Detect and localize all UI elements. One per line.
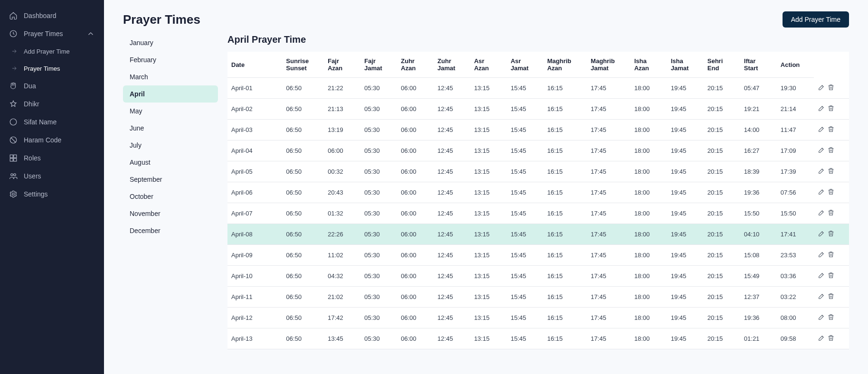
edit-icon[interactable]: [818, 125, 825, 134]
cell-action: [814, 224, 849, 244]
cell-value: 04:32: [324, 265, 360, 286]
month-item-october[interactable]: October: [123, 188, 218, 205]
trash-icon[interactable]: [827, 104, 835, 113]
sidebar-item-sifat-name[interactable]: Sifat Name: [0, 113, 104, 131]
subnav-item-add-prayer-time[interactable]: Add Prayer Time: [6, 43, 104, 60]
cell-value: 12:45: [434, 98, 470, 119]
cell-value: 05:30: [360, 78, 397, 99]
cell-action: [814, 161, 849, 182]
trash-icon[interactable]: [827, 146, 835, 155]
trash-icon[interactable]: [827, 167, 835, 176]
sidebar-item-dashboard[interactable]: Dashboard: [0, 7, 104, 25]
sidebar-item-settings[interactable]: Settings: [0, 185, 104, 203]
edit-icon[interactable]: [818, 292, 825, 301]
edit-icon[interactable]: [818, 84, 825, 93]
cell-value: 13:15: [470, 286, 507, 307]
cell-date: April-07: [227, 203, 283, 224]
edit-icon[interactable]: [818, 104, 825, 113]
col-header-line2: Jamat: [671, 65, 700, 72]
col-header-zuhr-azan: ZuhrAzan: [397, 52, 434, 78]
trash-icon[interactable]: [827, 209, 835, 218]
month-item-april[interactable]: April: [123, 85, 218, 103]
cell-value: 19:45: [667, 265, 704, 286]
col-header-line1: Maghrib: [547, 57, 583, 65]
trash-icon[interactable]: [827, 251, 835, 260]
trash-icon[interactable]: [827, 188, 835, 197]
cell-value: 15:50: [740, 203, 777, 224]
cell-value: 08:00: [777, 307, 814, 328]
cell-value: 17:45: [587, 265, 631, 286]
sidebar-item-users[interactable]: Users: [0, 167, 104, 185]
trash-icon[interactable]: [827, 313, 835, 322]
trash-icon[interactable]: [827, 334, 835, 343]
cell-value: 16:15: [543, 98, 587, 119]
table-row: April-1206:5017:4205:3006:0012:4513:1515…: [227, 307, 849, 328]
add-prayer-time-button[interactable]: Add Prayer Time: [783, 11, 849, 28]
sidebar-item-haram-code[interactable]: Haram Code: [0, 131, 104, 149]
cell-value: 11:02: [324, 244, 360, 265]
cell-value: 05:30: [360, 286, 397, 307]
cell-value: 19:45: [667, 286, 704, 307]
trash-icon[interactable]: [827, 125, 835, 134]
trash-icon[interactable]: [827, 292, 835, 301]
edit-icon[interactable]: [818, 209, 825, 218]
cell-value: 13:15: [470, 244, 507, 265]
cell-value: 16:15: [543, 182, 587, 203]
trash-icon[interactable]: [827, 271, 835, 280]
subnav-item-prayer-times[interactable]: Prayer Times: [6, 60, 104, 77]
circle-icon: [9, 117, 18, 127]
col-header-sunrise-sunset: SunriseSunset: [283, 52, 324, 78]
trash-icon[interactable]: [827, 230, 835, 239]
month-item-december[interactable]: December: [123, 222, 218, 239]
month-item-july[interactable]: July: [123, 137, 218, 154]
cell-value: 01:32: [324, 203, 360, 224]
edit-icon[interactable]: [818, 167, 825, 176]
month-item-august[interactable]: August: [123, 154, 218, 171]
cell-value: 18:00: [631, 78, 667, 99]
edit-icon[interactable]: [818, 313, 825, 322]
sidebar-item-label: Haram Code: [24, 136, 61, 144]
table-row: April-1306:5013:4505:3006:0012:4513:1515…: [227, 328, 849, 349]
cell-value: 17:45: [587, 286, 631, 307]
col-header-line1: Asr: [474, 57, 503, 65]
cell-value: 13:15: [470, 119, 507, 140]
edit-icon[interactable]: [818, 146, 825, 155]
trash-icon[interactable]: [827, 84, 835, 93]
cell-value: 20:15: [704, 307, 740, 328]
edit-icon[interactable]: [818, 188, 825, 197]
cell-value: 09:58: [777, 328, 814, 349]
month-item-february[interactable]: February: [123, 51, 218, 68]
cell-value: 06:50: [283, 328, 324, 349]
cell-value: 16:15: [543, 224, 587, 244]
month-item-september[interactable]: September: [123, 171, 218, 188]
cell-value: 06:00: [397, 119, 434, 140]
cell-value: 18:00: [631, 286, 667, 307]
sidebar-item-roles[interactable]: Roles: [0, 149, 104, 167]
cell-value: 05:30: [360, 328, 397, 349]
cell-value: 16:27: [740, 140, 777, 161]
col-header-line2: Azan: [474, 65, 503, 72]
cell-value: 15:45: [507, 286, 543, 307]
cell-value: 13:15: [470, 265, 507, 286]
edit-icon[interactable]: [818, 334, 825, 343]
month-item-may[interactable]: May: [123, 103, 218, 120]
cell-value: 23:53: [777, 244, 814, 265]
table-row: April-0506:5000:3205:3006:0012:4513:1515…: [227, 161, 849, 182]
sidebar-item-dhikr[interactable]: Dhikr: [0, 95, 104, 113]
edit-icon[interactable]: [818, 251, 825, 260]
sidebar-item-prayer-times[interactable]: Prayer Times: [0, 25, 104, 43]
sidebar-item-label: Users: [24, 172, 41, 180]
cell-value: 06:50: [283, 182, 324, 203]
month-item-january[interactable]: January: [123, 34, 218, 51]
subnav-item-label: Prayer Times: [24, 65, 60, 72]
month-item-june[interactable]: June: [123, 120, 218, 137]
month-item-november[interactable]: November: [123, 205, 218, 222]
month-item-march[interactable]: March: [123, 68, 218, 85]
sidebar-item-dua[interactable]: Dua: [0, 77, 104, 95]
cell-value: 19:36: [740, 307, 777, 328]
edit-icon[interactable]: [818, 271, 825, 280]
cell-value: 15:45: [507, 328, 543, 349]
edit-icon[interactable]: [818, 230, 825, 239]
cell-value: 15:45: [507, 182, 543, 203]
cell-value: 17:45: [587, 307, 631, 328]
